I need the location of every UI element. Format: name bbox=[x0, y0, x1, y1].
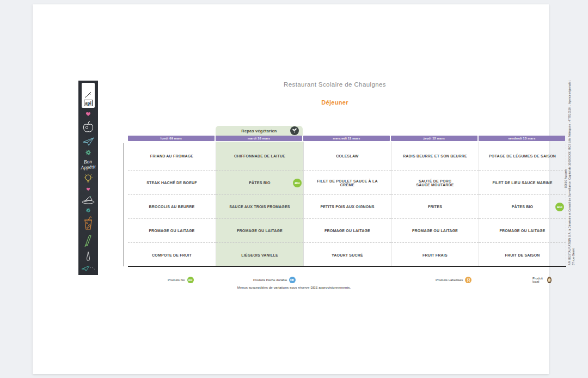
day-cells: COLESLAW FILET DE POULET SAUCE À LA CRÈM… bbox=[303, 142, 391, 267]
day-cells: POTAGE DE LÉGUMES DE SAISON FILET DE LIE… bbox=[479, 142, 566, 267]
bio-badge-text: Bio bbox=[295, 181, 300, 185]
menu-disclaimer: Menus susceptibles de variations sous ré… bbox=[128, 285, 460, 289]
menu-cell: CHIFFONNADE DE LAITUE bbox=[216, 142, 303, 171]
table-left-rule bbox=[124, 143, 124, 266]
menu-column-jeudi: jeudi 12 mars RADIS BEURRE ET SON BEURRE… bbox=[391, 136, 479, 267]
legal-vertical-text: 89000 Auxerre API RESTAURATION S.A. à Di… bbox=[564, 79, 575, 265]
menu-cell: STEAK HACHÉ DE BOEUF bbox=[128, 171, 216, 195]
menu-cell: FILET DE LIEU SAUCE MARINE bbox=[479, 171, 566, 195]
cake-icon bbox=[82, 195, 95, 204]
day-header-vendredi: vendredi 13 mars bbox=[479, 136, 565, 141]
legend-label: Produits Labellisés bbox=[436, 278, 463, 282]
menu-cell: FRUIT DE SAISON bbox=[479, 243, 566, 267]
menu-column-vendredi: vendredi 13 mars POTAGE DE LÉGUMES DE SA… bbox=[479, 136, 566, 267]
menu-cell: FRIAND AU FROMAGE bbox=[128, 142, 216, 171]
legend-label: Produits bio bbox=[168, 278, 185, 282]
legend-label: Produits Pêche durable bbox=[253, 278, 287, 282]
vegetarian-banner: Repas végétarien bbox=[216, 126, 303, 136]
bon-appetit-text: Bon Appétit bbox=[81, 158, 96, 170]
paper-plane-icon bbox=[81, 265, 95, 272]
menu-column-lundi: lundi 09 mars FRIAND AU FROMAGE STEAK HA… bbox=[128, 136, 216, 267]
menu-table: lundi 09 mars FRIAND AU FROMAGE STEAK HA… bbox=[128, 136, 566, 267]
menu-column-mercredi: mercredi 11 mars COLESLAW FILET DE POULE… bbox=[303, 136, 391, 267]
menu-page: api Bon Appétit Restaurant Scolaire de C… bbox=[33, 4, 549, 374]
bio-badge-icon: Bio bbox=[187, 277, 194, 283]
menu-cell: YAOURT SUCRÉ bbox=[304, 243, 391, 267]
day-cells: CHIFFONNADE DE LAITUE PÂTES BIO Bio SAUC… bbox=[216, 142, 303, 267]
menu-cell: PETITS POIS AUX OIGNONS bbox=[304, 195, 391, 219]
bio-badge: Bio bbox=[293, 179, 302, 187]
page-title: Restaurant Scolaire de Chaulgnes bbox=[65, 81, 588, 88]
menu-cell: SAUTÉ DE PORC SAUCE MOUTARDE bbox=[391, 171, 479, 195]
legend-peche-durable: Produits Pêche durable bbox=[253, 277, 296, 283]
menu-cell: BROCOLIS AU BEURRE bbox=[128, 195, 216, 219]
flower-icon bbox=[86, 208, 90, 212]
menu-cell: FRUIT FRAIS bbox=[391, 243, 479, 267]
menu-cell: POTAGE DE LÉGUMES DE SAISON bbox=[479, 142, 566, 171]
local-badge-icon bbox=[547, 277, 552, 283]
medal-badge-icon bbox=[465, 277, 471, 283]
pencil-icon bbox=[84, 234, 92, 247]
legend-labellises: Produits Labellisés bbox=[436, 277, 471, 283]
menu-cell: RADIS BEURRE ET SON BEURRE bbox=[391, 142, 479, 171]
bio-badge-text: Bio bbox=[188, 279, 192, 282]
legend-produits-bio: Produits bio Bio bbox=[168, 277, 194, 283]
day-header-jeudi: jeudi 12 mars bbox=[391, 136, 477, 141]
bio-badge: Bio bbox=[555, 203, 564, 211]
menu-cell: PÂTES BIO Bio bbox=[479, 195, 566, 219]
vegetarian-banner-label: Repas végétarien bbox=[241, 129, 277, 133]
lightbulb-icon bbox=[84, 174, 93, 184]
paper-plane-icon bbox=[82, 137, 94, 146]
fish-badge-icon bbox=[289, 277, 296, 283]
menu-column-mardi: mardi 10 mars CHIFFONNADE DE LAITUE PÂTE… bbox=[216, 136, 303, 267]
bio-badge-text: Bio bbox=[557, 205, 562, 209]
menu-cell: FROMAGE OU LAITAGE bbox=[479, 219, 566, 243]
menu-cell: LIÉGEOIS VANILLE bbox=[216, 243, 303, 267]
menu-cell: FROMAGE OU LAITAGE bbox=[128, 219, 216, 243]
menu-cell-text: PÂTES BIO bbox=[512, 205, 534, 209]
legal-address: 89000 Auxerre bbox=[564, 79, 568, 265]
legal-company: API RESTAURATION S.A. à Directoire et Co… bbox=[568, 79, 575, 265]
menu-cell-text: PÂTES BIO bbox=[249, 181, 271, 185]
pen-icon bbox=[84, 91, 93, 100]
apple-icon bbox=[82, 120, 94, 133]
day-cells: RADIS BEURRE ET SON BEURRE SAUTÉ DE PORC… bbox=[391, 142, 479, 267]
menu-cell: SAUCE AUX TROIS FROMAGES bbox=[216, 195, 303, 219]
table-bottom-rule bbox=[128, 266, 566, 267]
menu-cell: PÂTES BIO Bio bbox=[216, 171, 303, 195]
meal-subtitle: Déjeuner bbox=[65, 99, 588, 106]
legend-label: Produit local bbox=[532, 277, 545, 283]
pencil-icon bbox=[86, 251, 90, 261]
day-header-mardi: mardi 10 mars bbox=[216, 136, 302, 141]
pdf-viewer-canvas: api Bon Appétit Restaurant Scolaire de C… bbox=[0, 0, 588, 378]
menu-cell: FROMAGE OU LAITAGE bbox=[391, 219, 479, 243]
menu-cell: COMPOTE DE FRUIT bbox=[128, 243, 216, 267]
chalkboard-strip: api Bon Appétit bbox=[78, 81, 98, 275]
vegetarian-sprout-icon bbox=[290, 126, 299, 135]
heart-icon bbox=[85, 112, 91, 117]
menu-cell: FILET DE POULET SAUCE À LA CRÈME bbox=[304, 171, 391, 195]
menu-cell: FROMAGE OU LAITAGE bbox=[216, 219, 303, 243]
legend-produit-local: Produit local bbox=[532, 277, 552, 283]
day-header-lundi: lundi 09 mars bbox=[128, 136, 215, 141]
drink-icon bbox=[83, 216, 93, 230]
day-header-mercredi: mercredi 11 mars bbox=[303, 136, 390, 141]
menu-cell: FRITES bbox=[391, 195, 479, 219]
heart-icon bbox=[86, 187, 90, 191]
day-cells: FRIAND AU FROMAGE STEAK HACHÉ DE BOEUF B… bbox=[128, 142, 216, 267]
menu-cell: COLESLAW bbox=[304, 142, 391, 171]
menu-cell: FROMAGE OU LAITAGE bbox=[304, 219, 391, 243]
flower-icon bbox=[85, 150, 91, 155]
